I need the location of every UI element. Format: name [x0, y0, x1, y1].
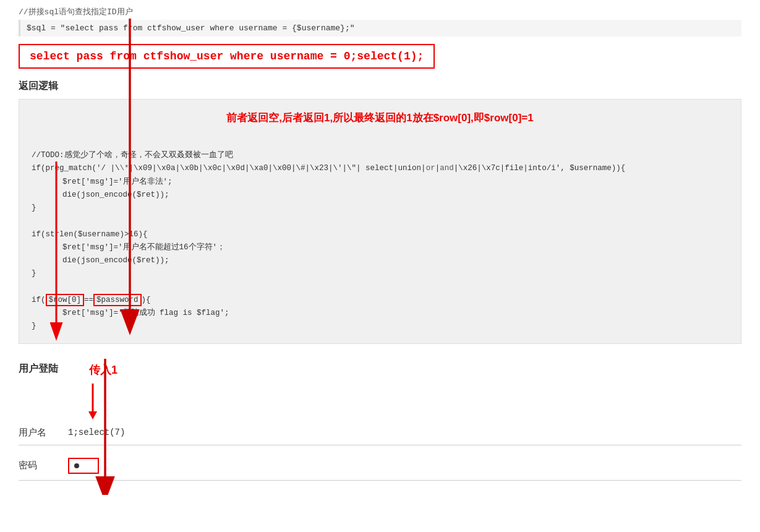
- sql-section: //拼接sql语句查找指定ID用户 $sql = "select pass fr…: [19, 6, 741, 69]
- login-annotation: 传入1: [89, 363, 117, 377]
- code-line-die1: die(json_encode($ret));: [32, 189, 728, 202]
- var-password: $password: [93, 294, 142, 306]
- code-block: 前者返回空,后者返回1,所以最终返回的1放在$row[0],即$row[0]=1…: [19, 99, 741, 344]
- login-section-title: 用户登陆: [19, 363, 58, 375]
- code-line-empty3: [32, 281, 728, 294]
- password-box[interactable]: [68, 458, 99, 474]
- password-dot: [74, 463, 79, 468]
- code-line-success: $ret['msg']='登陆成功 flag is $flag';: [32, 307, 728, 320]
- username-row: 用户名 1;select(7): [19, 421, 741, 445]
- login-section: 用户登陆 传入1 用户名 1;select(7) 密码: [19, 363, 741, 481]
- username-value: 1;select(7): [68, 427, 125, 437]
- sql-code-line: $sql = "select pass from ctfshow_user wh…: [19, 20, 741, 36]
- code-line-brace1: }: [32, 202, 728, 215]
- svg-marker-3: [88, 411, 97, 419]
- return-logic-section: 返回逻辑 前者返回空,后者返回1,所以最终返回的1放在$row[0],即$row…: [19, 80, 741, 344]
- sql-highlight-text: select pass from ctfshow_user where user…: [30, 50, 424, 62]
- arrow-pass-svg: [68, 384, 204, 421]
- code-line-empty2: [32, 215, 728, 228]
- password-label: 密码: [19, 460, 68, 471]
- return-heading: 返回逻辑: [19, 80, 741, 93]
- center-annotation: 前者返回空,后者返回1,所以最终返回的1放在$row[0],即$row[0]=1: [32, 109, 728, 127]
- code-line-preg: if(preg_match('/ |\\*|\x09|\x0a|\x0b|\x0…: [32, 162, 728, 175]
- code-line-brace2: }: [32, 267, 728, 280]
- code-line-brace3: }: [32, 320, 728, 333]
- code-line-empty1: [32, 136, 728, 149]
- code-line-msg-length: $ret['msg']='用户名不能超过16个字符'；: [32, 241, 728, 254]
- sql-comment: //拼接sql语句查找指定ID用户: [19, 6, 741, 17]
- var-row0: $row[0]: [46, 294, 85, 306]
- page-container: //拼接sql语句查找指定ID用户 $sql = "select pass fr…: [0, 0, 760, 532]
- code-line-die2: die(json_encode($ret));: [32, 254, 728, 267]
- code-line-todo: //TODO:感觉少了个啥，奇怪，不会又双叒叕被一血了吧: [32, 149, 728, 162]
- username-label: 用户名: [19, 427, 68, 439]
- code-line-strlen: if(strlen($username)>16){: [32, 228, 728, 241]
- password-row: 密码: [19, 452, 741, 481]
- sql-highlight-box: select pass from ctfshow_user where user…: [19, 44, 435, 69]
- code-line-msg-illegal: $ret['msg']='用户名非法';: [32, 176, 728, 189]
- code-line-comparison: if($row[0]==$password){: [32, 294, 728, 307]
